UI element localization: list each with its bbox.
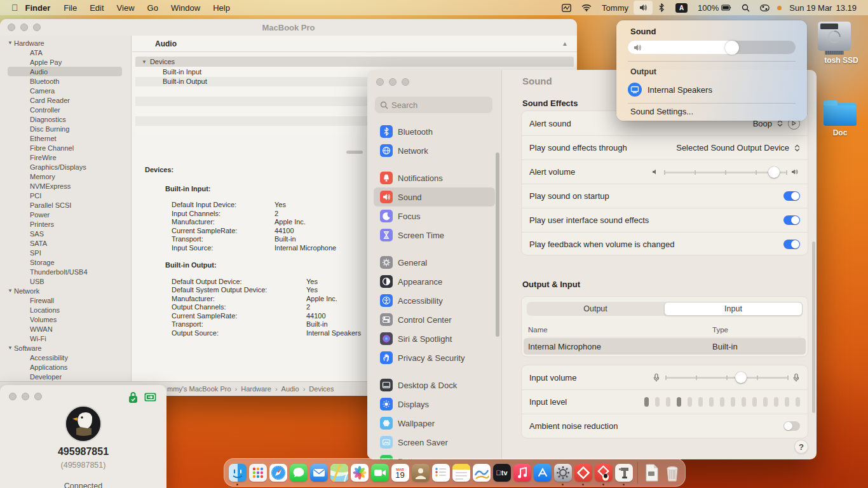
desktop-folder-doc[interactable]: Doc xyxy=(815,100,865,137)
sysinfo-item-thunderbolt-usb4[interactable]: Thunderbolt/USB4 xyxy=(0,267,131,276)
dock-item-reminders[interactable] xyxy=(431,464,450,482)
devices-group-header[interactable]: ▼Devices xyxy=(135,57,574,67)
sysinfo-item-hardware[interactable]: ▼Hardware xyxy=(0,38,131,48)
menu-item-edit[interactable]: Edit xyxy=(83,3,110,13)
dropdown-value[interactable]: Selected Sound Output Device xyxy=(676,143,789,152)
toggle-on[interactable] xyxy=(783,215,800,225)
sysinfo-item-ata[interactable]: ATA xyxy=(0,48,131,57)
dock-item-app-store[interactable] xyxy=(533,464,552,482)
dock-item-anydesk-linux[interactable] xyxy=(594,464,613,482)
apple-icon[interactable]:  xyxy=(11,3,18,13)
activity-monitor-icon[interactable] xyxy=(557,1,576,15)
sound-settings-link[interactable]: Sound Settings... xyxy=(630,99,693,116)
zoom-button[interactable] xyxy=(402,78,409,86)
dock-item-facetime[interactable] xyxy=(370,464,389,482)
menu-item-help[interactable]: Help xyxy=(207,3,236,13)
sysinfo-item-camera[interactable]: Camera xyxy=(0,86,131,95)
wifi-icon[interactable] xyxy=(576,1,597,15)
help-button[interactable]: ? xyxy=(794,440,808,454)
sidebar-item-siri-spotlight[interactable]: Siri & Spotlight xyxy=(374,329,495,348)
toggle-on[interactable] xyxy=(783,240,800,249)
sysinfo-item-accessibility[interactable]: Accessibility xyxy=(0,353,131,362)
sidebar-item-bluetooth[interactable]: Bluetooth xyxy=(374,122,495,141)
output-device-row[interactable]: Internal Speakers xyxy=(628,80,801,99)
dock-item-messages[interactable] xyxy=(289,464,308,482)
dock-item-trash[interactable] xyxy=(663,464,681,482)
menu-item-finder[interactable]: Finder xyxy=(18,3,58,13)
chevron-down-icon[interactable]: ▼ xyxy=(8,345,14,351)
minimize-button[interactable] xyxy=(389,78,397,86)
sysinfo-item-apple-pay[interactable]: Apple Pay xyxy=(0,57,131,67)
menu-item-go[interactable]: Go xyxy=(141,3,165,13)
sidebar-item-accessibility[interactable]: Accessibility xyxy=(374,291,495,310)
sysinfo-item-usb[interactable]: USB xyxy=(0,276,131,286)
sysinfo-item-card-reader[interactable]: Card Reader xyxy=(0,95,131,105)
sysinfo-item-storage[interactable]: Storage xyxy=(0,257,131,267)
battery-percentage[interactable]: 100% xyxy=(693,1,720,15)
sidebar-item-privacy-security[interactable]: Privacy & Security xyxy=(374,348,495,367)
sidebar-item-wallpaper[interactable]: Wallpaper xyxy=(374,414,495,433)
sidebar-item-focus[interactable]: Focus xyxy=(374,207,495,226)
toggle-off[interactable] xyxy=(783,421,800,431)
settings-scrollbar[interactable] xyxy=(812,241,815,413)
sysinfo-item-applications[interactable]: Applications xyxy=(0,362,131,372)
sysinfo-item-graphics-displays[interactable]: Graphics/Displays xyxy=(0,162,131,172)
sidebar-item-desktop-dock[interactable]: Desktop & Dock xyxy=(374,376,495,395)
dock-item-finder[interactable] xyxy=(228,464,247,482)
sysinfo-item-nvmexpress[interactable]: NVMExpress xyxy=(0,181,131,191)
sysinfo-item-parallel-scsi[interactable]: Parallel SCSI xyxy=(0,200,131,210)
dock-item-contacts[interactable] xyxy=(411,464,430,482)
dock-item-music[interactable] xyxy=(513,464,531,482)
sysinfo-item-power[interactable]: Power xyxy=(0,210,131,219)
sysinfo-item-memory[interactable]: Memory xyxy=(0,172,131,181)
sidebar-item-network[interactable]: Network xyxy=(374,141,495,160)
battery-icon[interactable] xyxy=(720,1,736,15)
menu-item-window[interactable]: Window xyxy=(165,3,207,13)
slider-thumb[interactable] xyxy=(768,166,780,178)
slider[interactable] xyxy=(664,166,786,178)
volume-icon[interactable] xyxy=(634,1,653,15)
chevron-down-icon[interactable]: ▼ xyxy=(8,40,14,46)
menu-clock[interactable]: 13.19 xyxy=(834,1,862,15)
pane-resize-handle[interactable] xyxy=(346,151,363,154)
sysinfo-item-firewire[interactable]: FireWire xyxy=(0,152,131,162)
sysinfo-item-sata[interactable]: SATA xyxy=(0,238,131,248)
sysinfo-item-wwan[interactable]: WWAN xyxy=(0,324,131,334)
control-center-icon[interactable] xyxy=(755,1,775,15)
dock-item-photos[interactable] xyxy=(350,464,369,482)
dock-item-anydesk[interactable] xyxy=(574,464,592,482)
sidebar-item-displays[interactable]: Displays xyxy=(374,395,495,414)
dock-item-document[interactable] xyxy=(642,464,661,482)
sidebar-item-general[interactable]: General xyxy=(374,253,495,272)
menu-item-file[interactable]: File xyxy=(57,3,83,13)
dock-item-calendar[interactable]: MAR19 xyxy=(391,464,409,482)
dock-item-maps[interactable] xyxy=(330,464,348,482)
sidebar-item-appearance[interactable]: Appearance xyxy=(374,272,495,291)
sysinfo-item-bluetooth[interactable]: Bluetooth xyxy=(0,76,131,86)
volume-slider[interactable] xyxy=(628,41,796,54)
segment-output[interactable]: Output xyxy=(527,302,664,316)
segment-input[interactable]: Input xyxy=(664,302,803,316)
slider-thumb[interactable] xyxy=(735,372,747,383)
sidebar-item-control-center[interactable]: Control Center xyxy=(374,310,495,329)
sidebar-item-screen-saver[interactable]: Screen Saver xyxy=(374,433,495,452)
sysinfo-item-fibre-channel[interactable]: Fibre Channel xyxy=(0,143,131,152)
sysinfo-item-sas[interactable]: SAS xyxy=(0,229,131,238)
sysinfo-item-disc-burning[interactable]: Disc Burning xyxy=(0,124,131,133)
dock-item-clamp-utility[interactable] xyxy=(614,464,633,482)
dock-item-launchpad[interactable] xyxy=(248,464,267,482)
volume-slider-thumb[interactable] xyxy=(725,41,739,55)
sysinfo-item-diagnostics[interactable]: Diagnostics xyxy=(0,114,131,124)
input-source-menu[interactable]: A xyxy=(670,1,693,15)
bluetooth-icon[interactable] xyxy=(653,1,670,15)
sysinfo-item-locations[interactable]: Locations xyxy=(0,305,131,315)
device-table-row[interactable]: Internal MicrophoneBuilt-in xyxy=(524,338,806,355)
sysinfo-item-pci[interactable]: PCI xyxy=(0,191,131,200)
dock-item-system-settings[interactable] xyxy=(553,464,572,482)
dock-item-tv[interactable]: tv xyxy=(492,464,511,482)
slider[interactable] xyxy=(665,372,787,383)
zoom-button[interactable] xyxy=(34,393,42,400)
sysinfo-item-printers[interactable]: Printers xyxy=(0,219,131,229)
chevron-up-down-icon[interactable] xyxy=(794,144,800,152)
dock-item-notes[interactable] xyxy=(452,464,470,482)
